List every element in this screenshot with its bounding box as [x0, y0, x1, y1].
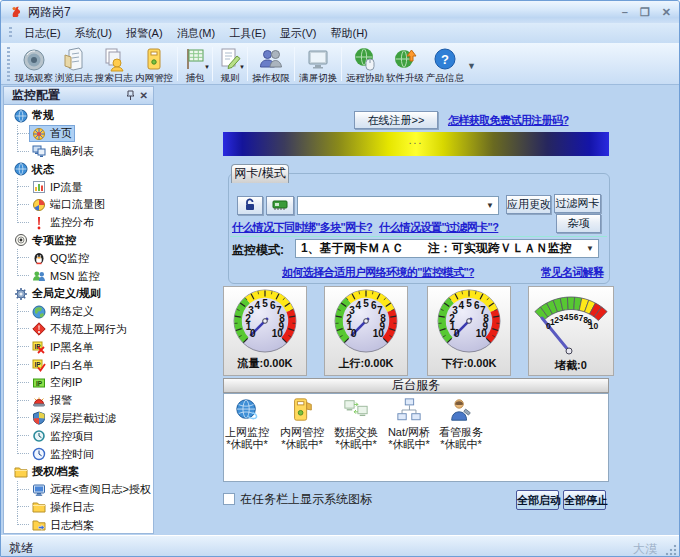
- tree-item[interactable]: 监控分布: [4, 214, 153, 232]
- chart-icon: [32, 180, 46, 194]
- toolbar-separator: [177, 47, 178, 81]
- service-item-2[interactable]: 内网管控*休眠中*: [276, 397, 328, 450]
- toolbar-button-permissions[interactable]: 操作权限: [251, 45, 291, 84]
- target-icon: [14, 233, 28, 247]
- watermark: 大漠: [633, 541, 657, 557]
- tree-item[interactable]: IP空闲IP: [4, 374, 153, 392]
- menu-item[interactable]: 消息(M): [170, 24, 223, 43]
- service-item-4[interactable]: Nat/网桥*休眠中*: [383, 397, 435, 450]
- service-item-3[interactable]: 数据交换*休眠中*: [330, 397, 382, 450]
- toolbar-separator: [341, 47, 342, 81]
- tree-item[interactable]: 报警: [4, 392, 153, 410]
- chevron-down-icon[interactable]: ▼: [204, 64, 210, 70]
- tree-item[interactable]: 监控时间: [4, 445, 153, 463]
- menu-item[interactable]: 报警(A): [119, 24, 170, 43]
- menu-item[interactable]: 帮助(H): [323, 24, 374, 43]
- guard-icon: [448, 397, 474, 423]
- svg-text:4: 4: [355, 300, 361, 311]
- menu-item[interactable]: 显示(V): [273, 24, 324, 43]
- title-bar[interactable]: 网路岗7 – ❐ ✕: [1, 1, 679, 23]
- tray-icon-checkbox[interactable]: [223, 493, 235, 505]
- toolbar-button-capture[interactable]: ▼捕包: [181, 45, 209, 84]
- toolbar-button-observe[interactable]: 现场观察: [14, 45, 54, 84]
- tree-item[interactable]: 状态: [4, 160, 153, 178]
- toolbar-button-upgrade[interactable]: 软件升级: [385, 45, 425, 84]
- chevron-down-icon[interactable]: ▼: [586, 244, 598, 253]
- apply-changes-button[interactable]: 应用更改: [506, 195, 551, 214]
- tree-item[interactable]: QQ监控: [4, 249, 153, 267]
- filter-nic-button[interactable]: 过滤网卡: [554, 194, 601, 213]
- svg-text:?: ?: [441, 52, 449, 67]
- tree-item[interactable]: MSN 监控: [4, 267, 153, 285]
- tree-item[interactable]: 全局定义/规则: [4, 285, 153, 303]
- tree-item[interactable]: 首页: [4, 125, 153, 143]
- toolbar-button-intranet[interactable]: 内网管控: [134, 45, 174, 84]
- tree-item[interactable]: IP流量: [4, 178, 153, 196]
- menu-item[interactable]: 日志(E): [17, 24, 68, 43]
- service-item-5[interactable]: 看管服务*休眠中*: [435, 397, 487, 450]
- stop-all-button[interactable]: 全部停止: [563, 490, 606, 510]
- close-button[interactable]: ✕: [662, 6, 671, 19]
- tree-item[interactable]: 常规: [4, 107, 153, 125]
- resize-grip[interactable]: [665, 544, 677, 556]
- tree-item[interactable]: 操作日志: [4, 499, 153, 517]
- close-panel-icon[interactable]: ✕: [140, 90, 148, 101]
- nic-adapter-button[interactable]: [266, 196, 294, 215]
- tree-item[interactable]: 授权/档案: [4, 463, 153, 481]
- chevron-down-icon[interactable]: ▼: [486, 201, 498, 210]
- ad-banner[interactable]: ...: [223, 132, 609, 156]
- status-text: 就绪: [9, 540, 33, 557]
- watch-icon: [32, 429, 46, 443]
- tree-item[interactable]: 日志档案: [4, 516, 153, 534]
- monitor-mode-help-link[interactable]: 如何选择合适用户网络环境的"监控模式"?: [282, 265, 474, 280]
- svg-text:3: 3: [248, 305, 254, 316]
- tree-item[interactable]: 专项监控: [4, 232, 153, 250]
- tree-item[interactable]: IPIP黑名单: [4, 338, 153, 356]
- divider: [230, 236, 607, 237]
- gauge-label: 上行:0.00K: [325, 356, 407, 371]
- tree-item[interactable]: 深层拦截过滤: [4, 410, 153, 428]
- svg-text:5: 5: [363, 298, 369, 309]
- tree-item[interactable]: 监控项目: [4, 427, 153, 445]
- pin-icon[interactable]: [126, 90, 135, 101]
- nat-icon: [396, 397, 422, 423]
- tree-item[interactable]: 远程<查阅日志>授权: [4, 481, 153, 499]
- service-item-1[interactable]: 上网监控*休眠中*: [221, 397, 273, 450]
- minimize-button[interactable]: –: [622, 6, 628, 19]
- toolbar-button-rules[interactable]: ▼规则: [216, 45, 244, 84]
- tree-item[interactable]: 网络定义: [4, 303, 153, 321]
- browse-log-icon: [61, 46, 87, 72]
- chevron-down-icon[interactable]: ▼: [239, 64, 245, 70]
- nic-mode-tab[interactable]: 网卡/模式: [231, 164, 289, 183]
- maximize-button[interactable]: ❐: [640, 6, 650, 19]
- sidebar-panel: 监控配置 ✕ 常规首页电脑列表状态IP流量端口流量图监控分布专项监控QQ监控MS…: [3, 86, 154, 534]
- start-all-button[interactable]: 全部启动: [516, 490, 559, 510]
- exclaim-icon: [32, 216, 46, 230]
- toolbar-button-fullscreen[interactable]: 满屏切换: [298, 45, 338, 84]
- misc-button[interactable]: 杂项: [556, 214, 601, 233]
- monitor-mode-combobox[interactable]: 1、基于网卡ＭＡＣ 注：可实现跨ＶＬＡＮ监控▼: [295, 239, 599, 258]
- tree-item[interactable]: 电脑列表: [4, 143, 153, 161]
- arc-gauge: 012345678910: [529, 287, 613, 359]
- toolbar-overflow-icon[interactable]: ▼: [467, 61, 476, 71]
- toolbar-button-remote-assist[interactable]: 远程协助: [345, 45, 385, 84]
- product-info-icon: ?: [432, 46, 458, 72]
- lock-button[interactable]: [237, 196, 263, 215]
- free-trial-code-link[interactable]: 怎样获取免费试用注册码?: [448, 113, 569, 128]
- toolbar-button-search-log[interactable]: 搜索日志: [94, 45, 134, 84]
- menu-item[interactable]: 系统(U): [68, 24, 119, 43]
- online-register-button[interactable]: 在线注册>>: [354, 111, 438, 129]
- svg-text:IP: IP: [36, 379, 43, 386]
- background-services-header: 后台服务: [223, 378, 609, 393]
- tree-item[interactable]: 端口流量图: [4, 196, 153, 214]
- filter-nic-help-link[interactable]: 什么情况设置"过滤网卡"?: [379, 220, 498, 235]
- multi-nic-help-link[interactable]: 什么情况下同时绑"多块"网卡?: [232, 220, 372, 235]
- tree-item[interactable]: 不规范上网行为: [4, 321, 153, 339]
- fullscreen-icon: [305, 46, 331, 72]
- glossary-link[interactable]: 常见名词解释: [541, 265, 603, 280]
- menu-item[interactable]: 工具(E): [222, 24, 273, 43]
- toolbar-button-browse-log[interactable]: 浏览日志: [54, 45, 94, 84]
- tree-item[interactable]: IPIP白名单: [4, 356, 153, 374]
- toolbar-button-product-info[interactable]: ?产品信息: [425, 45, 465, 84]
- nic-combobox[interactable]: ▼: [297, 196, 499, 215]
